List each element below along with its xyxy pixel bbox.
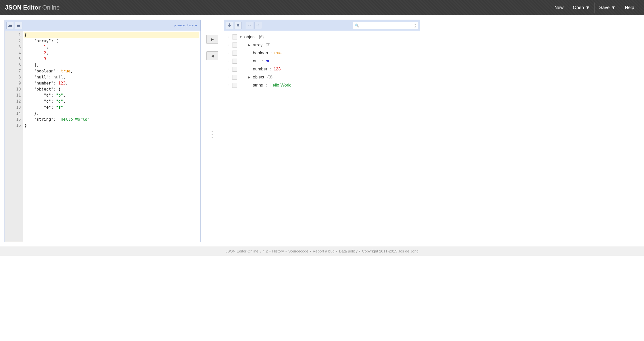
tree-value[interactable]: 123	[273, 67, 280, 72]
footer-link[interactable]: Data policy	[339, 249, 357, 253]
collapse-all-button[interactable]	[234, 22, 242, 29]
code-line[interactable]: "object": {	[24, 86, 199, 92]
context-menu-button[interactable]	[232, 42, 237, 48]
footer-separator: •	[357, 249, 362, 253]
context-menu-button[interactable]	[232, 59, 237, 64]
code-line[interactable]: }	[24, 122, 199, 129]
app-header: JSON Editor Online New Open ▼ Save ▼ Hel…	[0, 0, 644, 15]
context-menu-button[interactable]	[232, 34, 237, 39]
tree-row[interactable]: ⠿▼object {6}	[226, 33, 418, 41]
drag-handle-icon[interactable]: ⠿	[226, 52, 231, 54]
redo-icon	[256, 24, 260, 27]
powered-by-link[interactable]: powered by ace	[174, 23, 197, 27]
compact-button[interactable]	[15, 22, 22, 29]
code-line[interactable]: "number": 123,	[24, 80, 199, 86]
tree-key[interactable]: number	[253, 67, 267, 72]
tree-row[interactable]: ⠿null:null	[226, 57, 418, 65]
tree-key[interactable]: string	[253, 83, 263, 88]
code-line[interactable]: {	[24, 32, 199, 38]
code-line[interactable]: "array": [	[24, 38, 199, 44]
footer-link[interactable]: Sourcecode	[288, 249, 308, 253]
redo-button[interactable]	[254, 22, 262, 29]
tree-key[interactable]: array	[253, 42, 263, 48]
line-number: 11▾	[6, 92, 21, 98]
code-editor[interactable]: 1▾2▾34567891011▾1213141516 { "array": [ …	[5, 31, 200, 242]
drag-handle-icon[interactable]: ⠿	[226, 36, 231, 38]
expand-all-button[interactable]	[226, 22, 233, 29]
code-line[interactable]: 2,	[24, 50, 199, 56]
tree-separator: :	[265, 83, 268, 88]
header-menu: New Open ▼ Save ▼ Help	[550, 3, 639, 13]
tree-value[interactable]: null	[266, 59, 272, 64]
code-body[interactable]: { "array": [ 1, 2, 3 ], "boolean": true,…	[23, 31, 200, 242]
search-nav[interactable]: ▼▲	[414, 23, 417, 27]
undo-button[interactable]	[246, 22, 253, 29]
context-menu-button[interactable]	[232, 75, 237, 80]
tree-key[interactable]: object	[253, 75, 264, 80]
format-button[interactable]	[6, 22, 14, 29]
line-number: 14	[6, 110, 21, 116]
app-title: JSON Editor Online	[5, 4, 60, 11]
tree-separator: :	[269, 67, 272, 72]
tree-row[interactable]: ⠿boolean:true	[226, 49, 418, 57]
tree-row[interactable]: ⠿▶array [3]	[226, 41, 418, 49]
context-menu-button[interactable]	[232, 51, 237, 56]
tree-value[interactable]: true	[274, 51, 281, 56]
caret-right-icon[interactable]: ▶	[247, 76, 251, 79]
tree-key[interactable]: boolean	[253, 51, 268, 56]
tree-row[interactable]: ⠿string:Hello World	[226, 81, 418, 89]
code-line[interactable]: "boolean": true,	[24, 68, 199, 74]
drag-handle-icon[interactable]: ⠿	[226, 60, 231, 62]
code-line[interactable]: ],	[24, 62, 199, 68]
footer-link[interactable]: Report a bug	[313, 249, 335, 253]
tree-value[interactable]: Hello World	[269, 83, 292, 88]
caret-right-icon[interactable]: ▶	[247, 44, 251, 47]
code-panel: powered by ace 1▾2▾34567891011▾121314151…	[5, 20, 201, 242]
menu-new[interactable]: New	[550, 3, 568, 13]
line-gutter: 1▾2▾34567891011▾1213141516	[5, 31, 23, 242]
drag-handle-icon[interactable]: ⠿	[226, 44, 231, 46]
footer: JSON Editor Online 3.4.2•History•Sourcec…	[0, 246, 644, 256]
tree-key[interactable]: null	[253, 59, 259, 64]
splitter-handle[interactable]: •••	[212, 131, 213, 139]
footer-link: Copyright 2011-2015 Jos de Jong	[362, 249, 419, 253]
copy-right-button[interactable]: ▶	[206, 35, 218, 44]
tree-row[interactable]: ⠿number:123	[226, 65, 418, 73]
menu-save[interactable]: Save ▼	[594, 3, 620, 13]
drag-handle-icon[interactable]: ⠿	[226, 76, 231, 78]
code-line[interactable]: "string": "Hello World"	[24, 116, 199, 122]
menu-open[interactable]: Open ▼	[568, 3, 594, 13]
code-line[interactable]: "e": "f"	[24, 104, 199, 110]
code-line[interactable]: "c": "d",	[24, 98, 199, 104]
tree-key[interactable]: object	[244, 34, 256, 39]
menu-help[interactable]: Help	[620, 3, 639, 13]
code-line[interactable]: "null": null,	[24, 74, 199, 80]
line-number: 6	[6, 62, 21, 68]
tree-row[interactable]: ⠿▶object {3}	[226, 73, 418, 81]
line-number: 1▾	[6, 32, 21, 38]
drag-handle-icon[interactable]: ⠿	[226, 68, 231, 70]
code-toolbar: powered by ace	[5, 20, 200, 31]
context-menu-button[interactable]	[232, 67, 237, 72]
app-title-light: Online	[41, 4, 60, 11]
context-menu-button[interactable]	[232, 83, 237, 88]
tree-editor[interactable]: ⠿▼object {6}⠿▶array [3]⠿boolean:true⠿nul…	[224, 31, 420, 242]
tree-toolbar: 🔍 ▼▲	[224, 20, 420, 31]
footer-link[interactable]: History	[272, 249, 284, 253]
menu-save-label: Save	[599, 5, 610, 10]
menu-open-label: Open	[573, 5, 584, 10]
line-number: 16	[6, 122, 21, 129]
copy-left-button[interactable]: ◀	[206, 51, 218, 60]
menu-help-label: Help	[625, 5, 634, 10]
code-line[interactable]: },	[24, 110, 199, 116]
code-line[interactable]: 3	[24, 56, 199, 62]
code-line[interactable]: "a": "b",	[24, 92, 199, 98]
tree-meta: {3}	[267, 75, 272, 80]
caret-down-icon[interactable]: ▼	[239, 35, 243, 38]
code-line[interactable]: 1,	[24, 44, 199, 50]
main-area: powered by ace 1▾2▾34567891011▾121314151…	[0, 15, 644, 246]
line-number: 3	[6, 44, 21, 50]
drag-handle-icon[interactable]: ⠿	[226, 84, 231, 86]
tree-meta: [3]	[266, 42, 270, 48]
search-input[interactable]	[359, 23, 414, 27]
